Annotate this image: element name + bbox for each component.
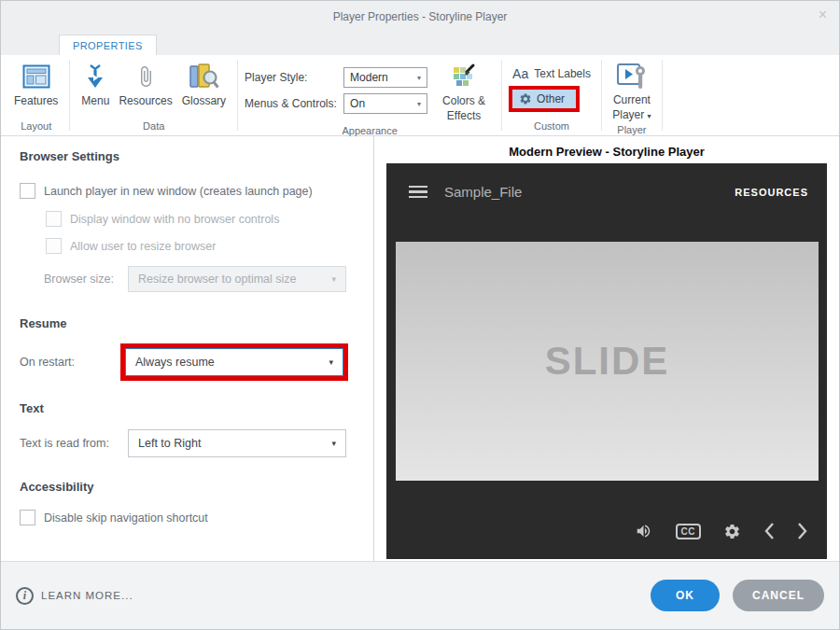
current-player-button[interactable]: Current Player ▾ <box>609 58 655 122</box>
chevron-down-icon: ▾ <box>331 439 336 448</box>
chevron-down-icon: ▾ <box>329 357 333 367</box>
player-style-value: Modern <box>350 71 388 84</box>
launch-new-window-checkbox[interactable] <box>20 183 35 199</box>
on-restart-dropdown[interactable]: Always resume ▾ <box>125 348 343 376</box>
browser-size-label: Browser size: <box>44 273 128 286</box>
footer-buttons: OK CANCEL <box>651 580 824 611</box>
launch-new-window-label: Launch player in new window (creates lau… <box>44 185 313 198</box>
ribbon-divider <box>662 60 663 131</box>
player-preview: Sample_File RESOURCES SLIDE CC <box>386 163 827 559</box>
previous-slide-icon[interactable] <box>763 522 775 540</box>
skip-nav-label: Disable skip navigation shortcut <box>44 511 208 525</box>
text-read-label: Text is read from: <box>20 437 128 450</box>
resources-tab[interactable]: RESOURCES <box>735 187 808 198</box>
text-read-dropdown[interactable]: Left to Right ▾ <box>128 429 346 457</box>
text-labels-button[interactable]: Aa Text Labels <box>509 63 595 84</box>
gear-icon <box>519 92 532 105</box>
colors-effects-button[interactable]: Colors & Effects <box>433 58 495 123</box>
allow-resize-label: Allow user to resize browser <box>70 240 216 253</box>
allow-resize-checkbox[interactable] <box>46 238 62 254</box>
ok-button[interactable]: OK <box>651 580 720 611</box>
menus-controls-label: Menus & Controls: <box>245 97 343 110</box>
hamburger-menu-icon[interactable] <box>409 186 427 199</box>
text-read-value: Left to Right <box>138 437 201 450</box>
resources-label: Resources <box>119 94 172 107</box>
colors-effects-label: Colors & Effects <box>438 94 490 123</box>
allow-resize-row: Allow user to resize browser <box>46 238 373 254</box>
skip-nav-row: Disable skip navigation shortcut <box>20 510 373 525</box>
text-labels-label: Text Labels <box>534 67 591 80</box>
player-topbar: Sample_File RESOURCES <box>386 163 827 200</box>
group-label-custom: Custom <box>534 119 569 135</box>
accessibility-heading: Accessibility <box>20 480 373 494</box>
chevron-down-icon: ▾ <box>417 74 421 82</box>
learn-more-link[interactable]: i LEARN MORE... <box>16 587 133 605</box>
resources-button[interactable]: Resources <box>114 58 176 107</box>
other-label: Other <box>537 92 565 105</box>
current-player-label: Current Player ▾ <box>609 93 655 122</box>
chevron-down-icon: ▾ <box>417 100 421 108</box>
glossary-label: Glossary <box>182 94 226 107</box>
preview-panel: Modern Preview - Storyline Player Sample… <box>374 136 839 561</box>
text-heading: Text <box>20 401 373 415</box>
browser-size-dropdown[interactable]: Resize browser to optimal size ▾ <box>128 266 346 292</box>
launch-new-window-row: Launch player in new window (creates lau… <box>20 183 373 199</box>
group-label-data: Data <box>143 119 164 135</box>
other-button[interactable]: Other <box>512 90 576 108</box>
player-file-title: Sample_File <box>444 184 522 200</box>
tab-strip: PROPERTIES <box>1 33 839 55</box>
glossary-icon <box>188 62 219 91</box>
features-icon <box>22 62 50 91</box>
other-highlight-box: Other <box>509 86 580 112</box>
settings-panel: Browser Settings Launch player in new wi… <box>1 136 374 561</box>
skip-nav-checkbox[interactable] <box>20 510 35 525</box>
player-style-dropdown[interactable]: Modern ▾ <box>343 67 427 88</box>
dialog-content: Browser Settings Launch player in new wi… <box>1 136 839 561</box>
next-slide-icon[interactable] <box>797 522 808 540</box>
ribbon-group-custom: Aa Text Labels Other <box>502 55 601 135</box>
slide-placeholder-text: SLIDE <box>545 339 670 384</box>
text-read-row: Text is read from: Left to Right ▾ <box>20 429 373 457</box>
resume-highlight-box: Always resume ▾ <box>120 343 348 381</box>
no-browser-controls-checkbox[interactable] <box>46 211 62 227</box>
slide-area: SLIDE <box>396 242 819 481</box>
on-restart-row: On restart: Always resume ▾ <box>20 343 373 381</box>
preview-title: Modern Preview - Storyline Player <box>374 145 839 159</box>
footer-bar: i LEARN MORE... OK CANCEL <box>1 561 839 629</box>
player-style-label: Player Style: <box>245 71 343 84</box>
on-restart-label: On restart: <box>20 356 128 369</box>
menus-controls-dropdown[interactable]: On ▾ <box>343 93 427 114</box>
learn-more-label: LEARN MORE... <box>41 590 133 601</box>
closed-captions-icon[interactable]: CC <box>676 524 701 539</box>
menu-icon <box>84 62 106 91</box>
no-browser-controls-label: Display window with no browser controls <box>70 213 279 226</box>
paperclip-icon <box>134 62 157 91</box>
ribbon-group-layout: Features Layout <box>3 55 69 135</box>
volume-icon[interactable] <box>634 523 653 539</box>
settings-gear-icon[interactable] <box>723 523 741 540</box>
menus-controls-value: On <box>350 97 365 110</box>
titlebar: Player Properties - Storyline Player × <box>1 1 839 33</box>
ribbon-group-data: Menu Resources <box>70 55 237 135</box>
browser-size-value: Resize browser to optimal size <box>138 273 297 286</box>
current-player-icon <box>615 62 649 91</box>
no-browser-controls-row: Display window with no browser controls <box>46 211 373 227</box>
cancel-button[interactable]: CANCEL <box>733 580 824 611</box>
features-button[interactable]: Features <box>9 58 63 107</box>
close-icon[interactable]: × <box>819 7 827 22</box>
chevron-down-icon: ▾ <box>648 112 651 120</box>
glossary-button[interactable]: Glossary <box>177 58 231 107</box>
menu-label: Menu <box>81 94 109 107</box>
tab-properties[interactable]: PROPERTIES <box>59 35 157 55</box>
menu-button[interactable]: Menu <box>77 58 114 107</box>
colors-effects-icon <box>450 62 478 91</box>
ribbon-group-appearance: Player Style: Modern ▾ Menus & Controls:… <box>238 55 501 135</box>
dialog-title: Player Properties - Storyline Player <box>333 10 508 23</box>
browser-size-row: Browser size: Resize browser to optimal … <box>20 266 373 292</box>
aa-icon: Aa <box>512 66 528 81</box>
player-properties-dialog: Player Properties - Storyline Player × P… <box>0 0 840 630</box>
info-icon: i <box>16 587 34 605</box>
ribbon-group-player: Current Player ▾ Player <box>602 55 662 135</box>
chevron-down-icon: ▾ <box>331 274 336 284</box>
group-label-layout: Layout <box>21 119 51 135</box>
